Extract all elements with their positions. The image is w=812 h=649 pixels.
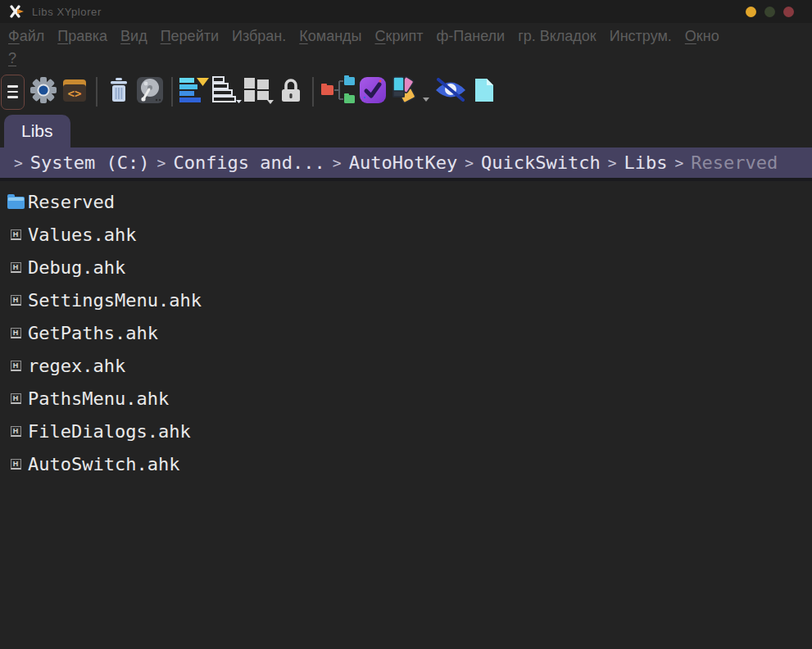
breadcrumb-chevron[interactable]: > <box>14 154 23 171</box>
layout-button[interactable] <box>243 74 274 110</box>
close-button[interactable] <box>783 7 794 17</box>
menu-view[interactable]: Вид <box>114 25 154 48</box>
title-bar: Libs XYplorer <box>0 0 812 23</box>
svg-text:<>: <> <box>68 87 82 100</box>
toolbar-separator <box>96 77 98 107</box>
menu-edit[interactable]: Правка <box>51 25 114 48</box>
menu-favorites[interactable]: Избран. <box>225 25 293 48</box>
file-row-autoswitch[interactable]: H AutoSwitch.ahk <box>0 447 812 480</box>
file-row-regex[interactable]: H regex.ahk <box>0 349 812 382</box>
menu-window[interactable]: Окно <box>678 25 726 48</box>
tab-bar: Libs <box>0 112 812 148</box>
file-name: AutoSwitch.ahk <box>28 454 179 474</box>
menu-go[interactable]: Перейти <box>154 25 225 48</box>
ahk-file-icon: H <box>11 393 21 404</box>
eye-slash-icon <box>433 78 468 106</box>
menu-tools[interactable]: Инструм. <box>603 25 678 48</box>
breadcrumb-chevron[interactable]: > <box>333 154 342 171</box>
file-row-values[interactable]: H Values.ahk <box>0 218 812 251</box>
maximize-button[interactable] <box>764 7 775 17</box>
group-by-button[interactable] <box>212 74 242 110</box>
ahk-file-icon: H <box>11 229 21 240</box>
breadcrumb-chevron[interactable]: > <box>675 154 684 171</box>
file-name: Values.ahk <box>28 225 136 245</box>
xyplorer-logo-icon <box>10 5 25 18</box>
file-name: regex.ahk <box>28 356 125 376</box>
ahk-file-icon: H <box>11 361 21 371</box>
delete-button[interactable] <box>104 74 134 110</box>
breadcrumb-system-c[interactable]: System (C:) <box>30 152 150 173</box>
breadcrumb-quickswitch[interactable]: QuickSwitch <box>481 152 601 173</box>
folder-tree-icon <box>320 74 356 110</box>
verify-button[interactable] <box>358 74 388 110</box>
menu-row-1: Файл Правка Вид Перейти Избран. Команды … <box>0 25 812 48</box>
lock-icon <box>279 77 303 107</box>
sort-button[interactable] <box>179 74 211 110</box>
file-name: GetPaths.ahk <box>28 323 158 343</box>
menu-help[interactable]: ? <box>2 48 23 70</box>
window-controls <box>746 7 794 17</box>
breadcrumb-reserved[interactable]: Reserved <box>691 152 778 173</box>
tab-label: Libs <box>21 121 53 141</box>
xyplorer-window: Libs XYplorer Файл Правка Вид Перейти Из… <box>0 0 812 649</box>
breadcrumb-configs[interactable]: Configs and... <box>173 152 324 173</box>
tiles-icon <box>243 76 274 107</box>
file-name: PathsMenu.ahk <box>28 388 169 409</box>
file-row-settingsmenu[interactable]: H SettingsMenu.ahk <box>0 284 812 316</box>
window-title: Libs XYplorer <box>32 6 102 18</box>
ahk-file-icon: H <box>11 426 21 437</box>
file-row-reserved[interactable]: Reserved <box>0 185 812 218</box>
file-name: FileDialogs.ahk <box>28 421 191 442</box>
menu-file[interactable]: Файл <box>2 25 51 48</box>
file-row-getpaths[interactable]: H GetPaths.ahk <box>0 316 812 349</box>
breadcrumb-autohotkey[interactable]: AutoHotKey <box>349 152 457 173</box>
minimize-button[interactable] <box>746 7 756 17</box>
breadcrumb-chevron[interactable]: > <box>465 154 474 171</box>
tab-libs[interactable]: Libs <box>4 115 70 148</box>
menu-panes[interactable]: ф-Панели <box>429 25 511 48</box>
folder-icon <box>7 197 25 209</box>
file-row-filedialogs[interactable]: H FileDialogs.ahk <box>0 415 812 447</box>
lock-button[interactable] <box>276 74 306 110</box>
toolbar: <> <box>0 71 812 112</box>
gear-icon <box>29 75 57 108</box>
file-name: Reserved <box>28 192 115 212</box>
menu-scripting[interactable]: Скрипт <box>369 25 430 48</box>
hamburger-icon <box>7 85 18 88</box>
color-filter-button[interactable] <box>389 74 420 110</box>
breadcrumb-libs[interactable]: Libs <box>624 152 668 173</box>
file-name: SettingsMenu.ahk <box>28 290 202 311</box>
breadcrumb-chevron[interactable]: > <box>157 154 166 171</box>
ahk-file-icon: H <box>11 262 21 273</box>
sort-bars-icon <box>179 77 211 107</box>
file-row-debug[interactable]: H Debug.ahk <box>0 251 812 284</box>
disk-search-button[interactable] <box>135 74 165 110</box>
menu-bar: Файл Правка Вид Перейти Избран. Команды … <box>0 23 812 71</box>
toolbar-separator <box>312 77 314 107</box>
ahk-file-icon: H <box>11 459 21 470</box>
new-file-button[interactable] <box>470 74 499 110</box>
app-menu-toggle-button[interactable] <box>1 75 25 110</box>
menu-tab-groups[interactable]: гр. Вкладок <box>511 25 603 48</box>
code-window-icon: <> <box>61 77 88 107</box>
breadcrumb-bar: > System (C:) > Configs and... > AutoHot… <box>0 148 812 181</box>
settings-button[interactable] <box>29 74 58 110</box>
swatches-dropdown-caret[interactable] <box>423 98 429 102</box>
script-window-button[interactable]: <> <box>60 74 89 110</box>
document-icon <box>473 77 496 107</box>
hard-disk-icon <box>136 76 164 107</box>
menu-commands[interactable]: Команды <box>293 25 368 48</box>
check-badge-icon <box>359 76 387 107</box>
toggle-hidden-button[interactable] <box>433 74 468 110</box>
ahk-file-icon: H <box>11 295 21 306</box>
trash-icon <box>107 77 130 107</box>
file-row-pathsmenu[interactable]: H PathsMenu.ahk <box>0 382 812 415</box>
outline-bars-icon <box>212 76 242 107</box>
file-list: Reserved H Values.ahk H Debug.ahk H Sett… <box>0 181 812 480</box>
color-swatches-icon <box>389 75 420 109</box>
ahk-file-icon: H <box>11 328 21 338</box>
menu-row-2: ? <box>0 48 812 70</box>
folder-tree-button[interactable] <box>320 74 356 110</box>
toolbar-separator <box>171 77 173 107</box>
breadcrumb-chevron[interactable]: > <box>608 154 617 171</box>
